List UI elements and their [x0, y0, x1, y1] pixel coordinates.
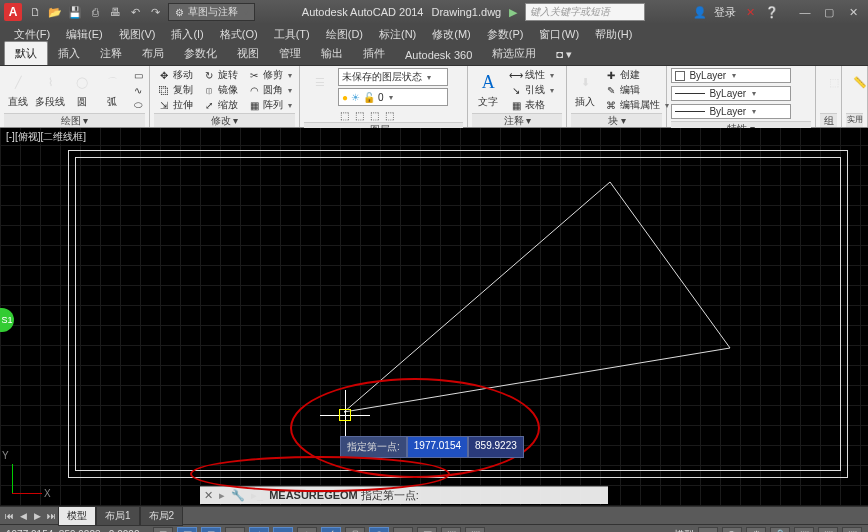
panel-group-title[interactable]: 组 [820, 113, 837, 127]
edit-attr-button[interactable]: ⌘编辑属性 [601, 98, 673, 112]
tab-layout[interactable]: 布局 [132, 42, 174, 65]
sb-ducs[interactable]: ⎔ [345, 527, 365, 533]
array-button[interactable]: ▦阵列 [244, 98, 296, 112]
menu-insert[interactable]: 插入(I) [163, 25, 211, 44]
tab-layout1[interactable]: 布局1 [96, 506, 140, 526]
menu-modify[interactable]: 修改(M) [424, 25, 479, 44]
sb-tpy[interactable]: ◫ [417, 527, 437, 533]
leader-button[interactable]: ↘引线 [506, 83, 558, 97]
lineweight-dropdown[interactable]: ByLayer [671, 86, 791, 101]
exchange-icon[interactable]: ✕ [742, 4, 758, 20]
title-arrow-icon[interactable]: ▶ [509, 6, 517, 19]
sb-clean[interactable]: ⬚ [842, 527, 862, 533]
tab-default[interactable]: 默认 [4, 41, 48, 65]
layer-tool-2[interactable]: ⬚ [353, 108, 366, 122]
text-button[interactable]: A文字 [472, 68, 504, 111]
login-link[interactable]: 登录 [714, 5, 736, 20]
sb-lwt[interactable]: ≡ [393, 527, 413, 533]
sb-3dosnap[interactable]: ◈ [297, 527, 317, 533]
sb-qp[interactable]: ⬚ [441, 527, 461, 533]
linear-dim-button[interactable]: ⟷线性 [506, 68, 558, 82]
sb-osnap[interactable]: ◻ [273, 527, 293, 533]
tab-plugins[interactable]: 插件 [353, 42, 395, 65]
view-label[interactable]: [-][俯视][二维线框] [4, 130, 88, 144]
layerstate-dropdown[interactable]: 未保存的图层状态 [338, 68, 448, 86]
menu-dim[interactable]: 标注(N) [371, 25, 424, 44]
workspace-dropdown[interactable]: ⚙ 草图与注释 [168, 3, 255, 21]
panel-block-title[interactable]: 块 ▾ [571, 113, 662, 127]
menu-window[interactable]: 窗口(W) [531, 25, 587, 44]
tab-last-icon[interactable]: ⏭ [44, 509, 58, 523]
sb-grid[interactable]: ⊟ [201, 527, 221, 533]
polyline-button[interactable]: ⌇多段线 [34, 68, 66, 111]
command-line[interactable]: ✕ ▸ 🔧 ▸_ MEASUREGEOM 指定第一点: [200, 486, 608, 504]
tab-annotate[interactable]: 注释 [90, 42, 132, 65]
arc-button[interactable]: ⌒弧 [98, 68, 126, 111]
sb-ann-vis[interactable]: 👁 [722, 527, 742, 533]
drawing-canvas[interactable]: [-][俯视][二维线框] 指定第一点: 1977.0154 859.9223 … [0, 128, 868, 506]
color-dropdown[interactable]: ByLayer [671, 68, 791, 83]
tooltip-x[interactable]: 1977.0154 [407, 436, 468, 458]
help-icon[interactable]: ❔ [764, 4, 780, 20]
circle-button[interactable]: ◯圆 [68, 68, 96, 111]
panel-util-title[interactable]: 实用 [846, 113, 863, 127]
save-icon[interactable]: 💾 [66, 3, 84, 21]
tab-layout2[interactable]: 布局2 [140, 506, 184, 526]
menu-tools[interactable]: 工具(T) [266, 25, 318, 44]
redo-icon[interactable]: ↷ [146, 3, 164, 21]
tab-parametric[interactable]: 参数化 [174, 42, 227, 65]
sb-lock[interactable]: 🔒 [770, 527, 790, 533]
move-button[interactable]: ✥移动 [154, 68, 197, 82]
menu-format[interactable]: 格式(O) [212, 25, 266, 44]
wrench-icon[interactable]: 🔧 [231, 489, 245, 503]
menu-help[interactable]: 帮助(H) [587, 25, 640, 44]
rotate-button[interactable]: ↻旋转 [199, 68, 242, 82]
close-button[interactable]: ✕ [842, 4, 864, 20]
scale-button[interactable]: ⤢缩放 [199, 98, 242, 112]
rect-button[interactable]: ▭ [128, 68, 148, 82]
undo-icon[interactable]: ↶ [126, 3, 144, 21]
tab-prev-icon[interactable]: ◀ [16, 509, 30, 523]
open-icon[interactable]: 📂 [46, 3, 64, 21]
menu-param[interactable]: 参数(P) [479, 25, 532, 44]
tab-extra[interactable]: ◘ ▾ [546, 44, 582, 65]
sb-ws[interactable]: ⚙ [746, 527, 766, 533]
tooltip-y[interactable]: 859.9223 [468, 436, 524, 458]
layer-tool-3[interactable]: ⬚ [368, 108, 381, 122]
menu-edit[interactable]: 编辑(E) [58, 25, 111, 44]
stretch-button[interactable]: ⇲拉伸 [154, 98, 197, 112]
layer-tool-4[interactable]: ⬚ [383, 108, 396, 122]
maximize-button[interactable]: ▢ [818, 4, 840, 20]
app-logo[interactable]: A [4, 3, 22, 21]
new-icon[interactable]: 🗋 [26, 3, 44, 21]
panel-annot-title[interactable]: 注释 ▾ [472, 113, 562, 127]
layer-tool-1[interactable]: ⬚ [338, 108, 351, 122]
print-icon[interactable]: 🖶 [106, 3, 124, 21]
user-icon[interactable]: 👤 [692, 4, 708, 20]
edit-block-button[interactable]: ✎编辑 [601, 83, 673, 97]
tab-first-icon[interactable]: ⏮ [2, 509, 16, 523]
sb-sc[interactable]: ⬚ [465, 527, 485, 533]
line-button[interactable]: ╱直线 [4, 68, 32, 111]
sb-polar[interactable]: ✦ [249, 527, 269, 533]
tab-next-icon[interactable]: ▶ [30, 509, 44, 523]
tab-a360[interactable]: Autodesk 360 [395, 45, 482, 65]
create-block-button[interactable]: ✚创建 [601, 68, 673, 82]
modelspace-toggle[interactable]: 模型 [674, 528, 694, 533]
minimize-button[interactable]: — [794, 4, 816, 20]
sb-snap[interactable]: ▦ [177, 527, 197, 533]
tab-output[interactable]: 输出 [311, 42, 353, 65]
panel-draw-title[interactable]: 绘图 ▾ [4, 113, 145, 127]
tab-manage[interactable]: 管理 [269, 42, 311, 65]
tab-featured[interactable]: 精选应用 [482, 42, 546, 65]
ellipse-button[interactable]: ⬭ [128, 98, 148, 112]
cmd-close-icon[interactable]: ✕ [204, 489, 213, 502]
spline-button[interactable]: ∿ [128, 83, 148, 97]
linetype-dropdown[interactable]: ByLayer [671, 104, 791, 119]
search-input[interactable]: 键入关键字或短语 [525, 3, 645, 21]
sb-hw[interactable]: ⬚ [794, 527, 814, 533]
insert-block-button[interactable]: ⬇插入 [571, 68, 599, 111]
panel-modify-title[interactable]: 修改 ▾ [154, 113, 295, 127]
sb-iso[interactable]: ⬚ [818, 527, 838, 533]
tab-view[interactable]: 视图 [227, 42, 269, 65]
